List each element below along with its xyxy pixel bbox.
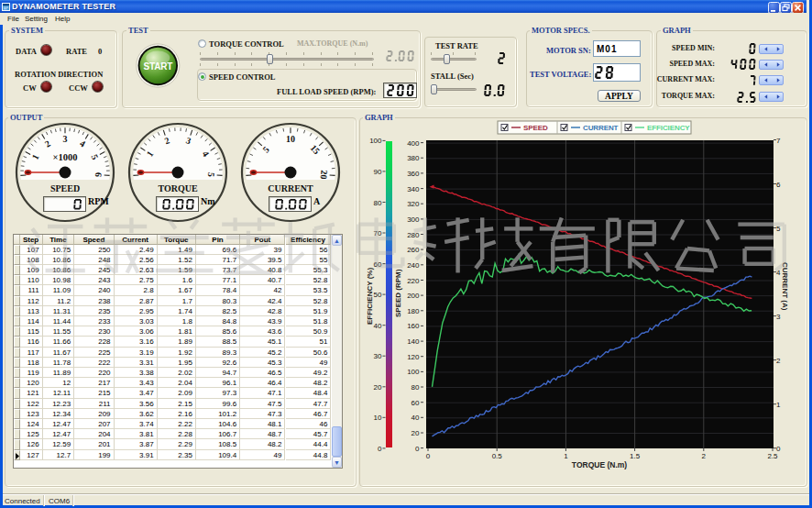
svg-text:1: 1 bbox=[776, 401, 781, 409]
svg-text:160: 160 bbox=[407, 322, 420, 330]
svg-text:360: 360 bbox=[407, 170, 420, 178]
svg-text:30: 30 bbox=[374, 352, 382, 360]
svg-text:40: 40 bbox=[374, 322, 382, 330]
svg-text:100: 100 bbox=[369, 137, 382, 145]
svg-text:2: 2 bbox=[776, 357, 781, 365]
svg-text:20: 20 bbox=[411, 429, 420, 437]
svg-text:5: 5 bbox=[206, 172, 216, 178]
svg-text:3: 3 bbox=[776, 313, 781, 321]
svg-text:SPEED: SPEED bbox=[50, 183, 80, 193]
svg-text:6: 6 bbox=[93, 172, 104, 178]
svg-text:140: 140 bbox=[407, 337, 420, 346]
svg-text:340: 340 bbox=[407, 185, 420, 193]
svg-text:50: 50 bbox=[374, 291, 382, 299]
svg-text:6: 6 bbox=[776, 181, 781, 189]
svg-text:90: 90 bbox=[374, 168, 382, 176]
svg-text:400: 400 bbox=[407, 139, 420, 148]
svg-text:120: 120 bbox=[407, 353, 420, 361]
svg-text:×1000: ×1000 bbox=[53, 152, 78, 162]
svg-text:CURRENT: CURRENT bbox=[268, 183, 313, 193]
svg-text:80: 80 bbox=[374, 199, 382, 207]
svg-text:320: 320 bbox=[407, 200, 420, 208]
svg-text:80: 80 bbox=[411, 383, 420, 392]
svg-text:2: 2 bbox=[702, 452, 707, 460]
svg-text:TORQUE: TORQUE bbox=[158, 183, 197, 193]
svg-text:100: 100 bbox=[407, 368, 420, 376]
svg-text:7: 7 bbox=[776, 137, 781, 145]
svg-text:40: 40 bbox=[411, 414, 420, 422]
svg-text:200: 200 bbox=[407, 292, 420, 300]
svg-text:20: 20 bbox=[374, 383, 382, 392]
svg-text:TORQUE (N.m): TORQUE (N.m) bbox=[572, 460, 627, 469]
svg-text:180: 180 bbox=[407, 307, 420, 315]
svg-text:10: 10 bbox=[374, 414, 382, 422]
svg-text:0: 0 bbox=[426, 452, 431, 460]
svg-text:3: 3 bbox=[63, 134, 68, 144]
svg-text:60: 60 bbox=[411, 399, 420, 407]
svg-text:380: 380 bbox=[407, 154, 420, 162]
svg-text:0: 0 bbox=[378, 445, 382, 453]
svg-text:1: 1 bbox=[564, 452, 568, 460]
svg-text:20: 20 bbox=[319, 170, 330, 180]
svg-text:10: 10 bbox=[286, 134, 295, 144]
svg-text:2.5: 2.5 bbox=[767, 452, 778, 460]
svg-text:0: 0 bbox=[415, 445, 420, 453]
svg-text:0.5: 0.5 bbox=[492, 452, 503, 460]
svg-text:1.5: 1.5 bbox=[630, 452, 641, 460]
